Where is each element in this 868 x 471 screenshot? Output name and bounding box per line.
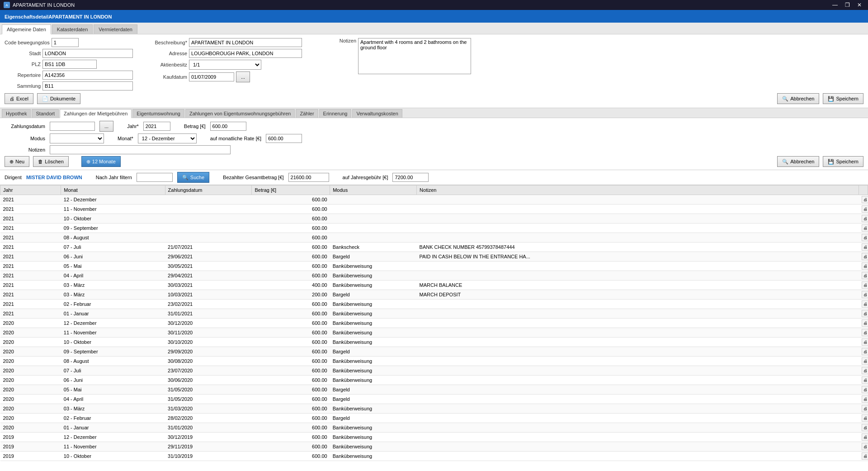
speichern-button[interactable]: 💾 Speichern (823, 93, 863, 104)
table-row[interactable]: 2021 12 - Dezember 600.00 🖨 (0, 195, 868, 205)
tab-katasterdaten[interactable]: Katasterdaten (52, 24, 93, 34)
tab-standort[interactable]: Standort (32, 109, 59, 118)
tab-zaehler[interactable]: Zähler (296, 109, 318, 118)
print-icon[interactable]: 🖨 (862, 291, 868, 298)
minimize-button[interactable]: — (830, 2, 840, 8)
code-input[interactable] (52, 38, 79, 47)
table-row[interactable]: 2019 12 - Dezember 30/12/2019 600.00 Ban… (0, 433, 868, 442)
table-row[interactable]: 2020 02 - Februar 28/02/2020 600.00 Barg… (0, 414, 868, 423)
data-table-container[interactable]: Jahr Monat Zahlungsdatum Betrag [€] Modu… (0, 185, 868, 471)
monat-select[interactable]: 12 - Dezember 01 - Januar 02 - Februar 0… (138, 133, 197, 143)
table-row[interactable]: 2021 11 - November 600.00 🖨 (0, 205, 868, 214)
print-icon[interactable]: 🖨 (862, 253, 868, 260)
monatliche-input[interactable] (266, 134, 302, 143)
abbrechen-button[interactable]: 🔍 Abbrechen (777, 93, 819, 104)
print-icon[interactable]: 🖨 (862, 196, 868, 203)
print-icon[interactable]: 🖨 (862, 348, 868, 355)
table-row[interactable]: 2021 07 - Juli 21/07/2021 600.00 Banksch… (0, 243, 868, 252)
print-icon[interactable]: 🖨 (862, 215, 868, 222)
table-row[interactable]: 2020 03 - März 31/03/2020 600.00 Bankübe… (0, 404, 868, 414)
tab-mietgebuehren[interactable]: Zahlungen der Mietgebühren (60, 109, 132, 118)
print-icon[interactable]: 🖨 (862, 414, 868, 422)
print-icon[interactable]: 🖨 (862, 424, 868, 431)
table-row[interactable]: 2020 08 - August 30/08/2020 600.00 Bankü… (0, 357, 868, 366)
betrag-input[interactable] (210, 122, 246, 131)
print-icon[interactable]: 🖨 (862, 262, 868, 270)
table-row[interactable]: 2020 11 - November 30/11/2020 600.00 Ban… (0, 328, 868, 338)
print-icon[interactable]: 🖨 (862, 395, 868, 403)
print-icon[interactable]: 🖨 (862, 367, 868, 374)
print-icon[interactable]: 🖨 (862, 234, 868, 241)
print-icon[interactable]: 🖨 (862, 338, 868, 346)
tab-eigentumswohnungsgebuehren[interactable]: Zahlungen von Eigentumswohnungsgebühren (185, 109, 295, 118)
loeschen-button[interactable]: 🗑 Löschen (33, 156, 69, 167)
table-row[interactable]: 2021 02 - Februar 23/02/2021 600.00 Bank… (0, 300, 868, 309)
kaufdatum-input[interactable] (189, 72, 234, 81)
table-row[interactable]: 2020 09 - September 29/09/2020 600.00 Ba… (0, 347, 868, 357)
print-icon[interactable]: 🖨 (862, 443, 868, 450)
jahr-input[interactable] (143, 122, 170, 131)
table-row[interactable]: 2021 06 - Juni 29/06/2021 600.00 Bargeld… (0, 252, 868, 262)
table-row[interactable]: 2021 03 - März 30/03/2021 400.00 Bankübe… (0, 281, 868, 290)
12monate-button[interactable]: ⊕ 12 Monate (81, 156, 121, 167)
print-icon[interactable]: 🖨 (862, 329, 868, 336)
print-icon[interactable]: 🖨 (862, 243, 868, 251)
print-icon[interactable]: 🖨 (862, 386, 868, 393)
dokumente-button[interactable]: 📄 Dokumente (37, 93, 80, 104)
print-icon[interactable]: 🖨 (862, 272, 868, 279)
tab-verwaltungskosten[interactable]: Verwaltungskosten (352, 109, 402, 118)
adresse-input[interactable] (189, 49, 302, 58)
modus-select[interactable]: Banküberweisung Bargeld Bankscheck (50, 133, 104, 143)
table-row[interactable]: 2020 06 - Juni 30/06/2020 600.00 Bankübe… (0, 376, 868, 385)
print-icon[interactable]: 🖨 (862, 376, 868, 384)
print-icon[interactable]: 🖨 (862, 319, 868, 327)
table-row[interactable]: 2020 05 - Mai 31/05/2020 600.00 Bargeld … (0, 385, 868, 395)
table-row[interactable]: 2019 10 - Oktober 31/10/2019 600.00 Bank… (0, 452, 868, 461)
kaufdatum-picker-button[interactable]: ... (236, 71, 250, 82)
repertoire-input[interactable] (42, 71, 133, 80)
table-row[interactable]: 2021 01 - Januar 31/01/2021 600.00 Bankü… (0, 309, 868, 319)
plz-input[interactable] (42, 60, 97, 69)
tab-eigentumswohnung[interactable]: Eigentumswohnung (132, 109, 184, 118)
print-icon[interactable]: 🖨 (862, 205, 868, 213)
zahlungsdatum-input[interactable] (50, 122, 95, 131)
zahlungsdatum-picker[interactable]: ... (99, 121, 113, 132)
neu-button[interactable]: ⊕ Neu (5, 156, 29, 167)
suche-button[interactable]: 🔍 Suche (177, 172, 209, 183)
print-icon[interactable]: 🖨 (862, 300, 868, 308)
print-icon[interactable]: 🖨 (862, 405, 868, 412)
sammlung-input[interactable] (42, 81, 133, 90)
notizen-textarea[interactable]: Apartment with 4 rooms and 2 bathrooms o… (358, 38, 471, 74)
maximize-button[interactable]: ❐ (842, 2, 853, 8)
gesamtbetrag-input[interactable] (288, 173, 329, 182)
tab-allgemeine-daten[interactable]: Allgemeine Daten (2, 24, 51, 34)
print-icon[interactable]: 🖨 (862, 224, 868, 232)
aktienbesitz-select[interactable]: 1/1 (189, 60, 261, 70)
table-row[interactable]: 2020 07 - Juli 23/07/2020 600.00 Bankübe… (0, 366, 868, 376)
print-icon[interactable]: 🖨 (862, 310, 868, 317)
table-row[interactable]: 2020 04 - April 31/05/2020 600.00 Bargel… (0, 395, 868, 404)
stadt-input[interactable] (42, 49, 133, 58)
print-icon[interactable]: 🖨 (862, 452, 868, 460)
table-row[interactable]: 2021 08 - August 600.00 🖨 (0, 233, 868, 243)
tab-erinnerung[interactable]: Erinnerung (319, 109, 352, 118)
speichern-payment-button[interactable]: 💾 Speichern (823, 156, 863, 167)
abbrechen-payment-button[interactable]: 🔍 Abbrechen (777, 156, 819, 167)
notizen-payment-input[interactable] (50, 145, 231, 154)
filter-input[interactable] (137, 173, 173, 182)
table-row[interactable]: 2021 10 - Oktober 600.00 🖨 (0, 214, 868, 224)
table-row[interactable]: 2021 04 - April 29/04/2021 600.00 Banküb… (0, 271, 868, 281)
tab-hypothek[interactable]: Hypothek (2, 109, 31, 118)
table-row[interactable]: 2020 01 - Januar 31/01/2020 600.00 Bankü… (0, 423, 868, 433)
table-row[interactable]: 2021 05 - Mai 30/05/2021 600.00 Banküber… (0, 262, 868, 271)
close-button[interactable]: ✕ (854, 2, 864, 8)
table-row[interactable]: 2021 03 - März 10/03/2021 200.00 Bargeld… (0, 290, 868, 300)
table-row[interactable]: 2021 09 - September 600.00 🖨 (0, 224, 868, 233)
table-row[interactable]: 2019 11 - November 29/11/2019 600.00 Ban… (0, 442, 868, 452)
beschreibung-input[interactable] (189, 38, 302, 47)
jahresgebuehr-input[interactable] (392, 173, 429, 182)
table-row[interactable]: 2020 10 - Oktober 30/10/2020 600.00 Bank… (0, 338, 868, 347)
print-icon[interactable]: 🖨 (862, 433, 868, 441)
excel-button[interactable]: 🖨 Excel (5, 93, 33, 104)
print-icon[interactable]: 🖨 (862, 281, 868, 289)
